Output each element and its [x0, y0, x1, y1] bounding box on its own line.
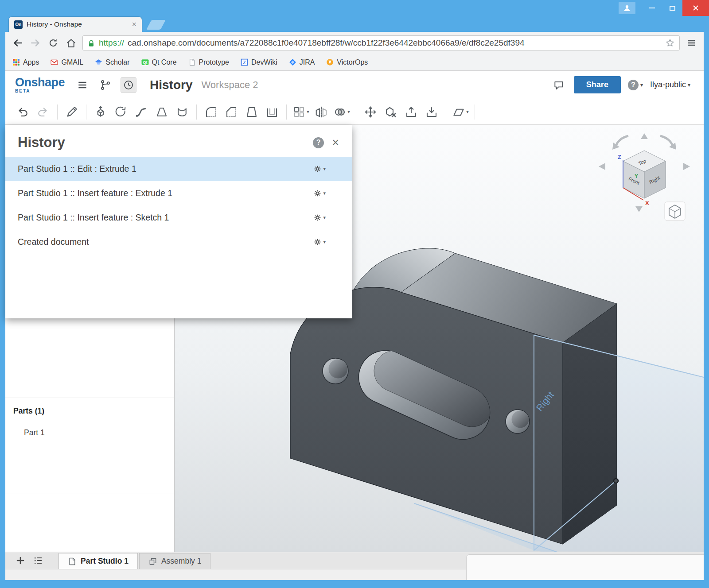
delete-face-tool-button[interactable]	[381, 102, 401, 122]
gear-icon[interactable]	[313, 213, 322, 222]
sweep-tool-button[interactable]	[131, 102, 152, 122]
tab-list-button[interactable]	[29, 553, 47, 568]
minimize-button[interactable]	[642, 0, 662, 16]
versions-button[interactable]	[97, 77, 113, 93]
chevron-down-icon[interactable]: ▾	[323, 166, 326, 172]
draft-tool-button[interactable]	[242, 102, 262, 122]
chat-bubble-icon	[553, 79, 565, 91]
axis-y-label: Y	[635, 173, 638, 179]
chevron-down-icon: ▾	[688, 82, 690, 88]
gear-icon[interactable]	[313, 237, 322, 247]
browser-tab[interactable]: On History - Onshape ×	[9, 17, 142, 32]
import-tool-button[interactable]	[421, 102, 442, 122]
workspace-tabs: Part Studio 1Assembly 1	[58, 552, 212, 569]
history-list: Part Studio 1 :: Edit : Extrude 1▾Part S…	[5, 157, 352, 254]
chevron-down-icon[interactable]: ▾	[323, 190, 326, 196]
forward-button[interactable]	[29, 37, 42, 49]
undo-tool-button[interactable]	[12, 102, 33, 122]
chamfer-tool-button[interactable]	[221, 102, 242, 122]
mirror-tool-button[interactable]	[311, 102, 331, 122]
chevron-down-icon[interactable]: ▾	[466, 109, 469, 115]
part-list-item[interactable]: Part 1	[24, 425, 45, 440]
rotate-left-icon	[599, 163, 605, 170]
bookmark-qt-core[interactable]: QtQt Core	[141, 58, 177, 66]
bookmark-gmail[interactable]: GMAIL	[51, 58, 83, 66]
tab-scrollbar-area[interactable]	[466, 554, 704, 580]
comment-button[interactable]	[551, 77, 567, 93]
share-button[interactable]: Share	[574, 76, 621, 93]
fillet-tool-button[interactable]	[201, 102, 221, 122]
pattern-tool-button[interactable]: ▾	[291, 102, 311, 122]
plane-tool-button[interactable]: ▾	[450, 102, 471, 122]
new-tab-button[interactable]	[146, 20, 166, 30]
branch-icon	[100, 79, 111, 91]
parts-list: Part 1	[24, 425, 45, 440]
history-item[interactable]: Part Studio 1 :: Insert feature : Sketch…	[5, 205, 352, 230]
parts-section-header[interactable]: Parts (1)	[13, 406, 44, 416]
panel-divider	[5, 494, 174, 494]
browser-menu-button[interactable]	[685, 37, 697, 49]
workspace-tab-part-studio-1[interactable]: Part Studio 1	[58, 553, 138, 569]
history-button[interactable]	[121, 77, 136, 93]
bookmark-prototype[interactable]: Prototype	[188, 58, 229, 66]
bookmark-scholar[interactable]: Scholar	[95, 58, 129, 66]
publish-tool-button[interactable]	[401, 102, 421, 122]
transform-tool-button[interactable]	[360, 102, 381, 122]
add-tab-button[interactable]	[12, 553, 29, 568]
part-right-face[interactable]	[563, 304, 617, 544]
main-menu-button[interactable]	[74, 77, 90, 93]
origin-point[interactable]	[614, 479, 618, 483]
close-button[interactable]	[682, 0, 709, 16]
view-cube[interactable]: Top Front Right Z X Y	[599, 133, 690, 220]
tab-close-icon[interactable]: ×	[132, 20, 136, 28]
thicken-tool-button[interactable]	[172, 102, 192, 122]
reload-icon	[48, 38, 58, 48]
gear-icon[interactable]	[313, 189, 322, 198]
onshape-favicon-icon: On	[14, 20, 23, 29]
workspace-tab-label: Assembly 1	[161, 557, 201, 566]
reload-button[interactable]	[47, 37, 59, 49]
redo-tool-button[interactable]	[33, 102, 53, 122]
shell-tool-button[interactable]	[262, 102, 282, 122]
address-bar[interactable]: https:// cad.onshape.com/documents/a7220…	[82, 35, 680, 50]
rotate-down-icon	[635, 206, 643, 212]
revolve-tool-button[interactable]	[111, 102, 131, 122]
sketch-tool-button[interactable]	[62, 102, 82, 122]
back-button[interactable]	[12, 37, 24, 49]
help-menu-button[interactable]: ? ▾	[628, 80, 643, 90]
chevron-down-icon[interactable]: ▾	[307, 109, 309, 115]
extrude-tool-button[interactable]	[90, 102, 111, 122]
bookmark-apps[interactable]: Apps	[12, 58, 39, 66]
gear-icon[interactable]	[313, 164, 322, 174]
chevron-down-icon[interactable]: ▾	[323, 239, 326, 245]
chevron-down-icon[interactable]: ▾	[323, 215, 326, 220]
chevron-down-icon[interactable]: ▾	[347, 109, 350, 115]
boolean-tool-button[interactable]: ▾	[331, 102, 352, 122]
bookmark-label: Scholar	[105, 58, 129, 66]
browser-body: https:// cad.onshape.com/documents/a7220…	[5, 32, 704, 580]
maximize-icon	[670, 6, 675, 11]
history-help-icon[interactable]: ?	[313, 137, 324, 148]
history-item[interactable]: Created document▾	[5, 230, 352, 254]
toolbar-separator	[356, 104, 356, 120]
bookmark-jira[interactable]: JIRA	[289, 58, 315, 66]
profile-button[interactable]	[619, 2, 635, 14]
panel-divider	[5, 398, 174, 398]
home-button[interactable]	[65, 37, 77, 49]
history-item[interactable]: Part Studio 1 :: Edit : Extrude 1▾	[5, 157, 352, 181]
clock-icon	[123, 79, 134, 91]
bookmark-victorops[interactable]: VictorOps	[326, 58, 368, 66]
tab-title: History - Onshape	[27, 20, 128, 28]
view-home-button[interactable]	[665, 202, 685, 220]
bookmark-star-icon[interactable]	[665, 38, 675, 48]
maximize-button[interactable]	[662, 0, 682, 16]
viewcube-faces[interactable]	[623, 151, 666, 198]
devwiki-icon: Z	[241, 58, 248, 66]
loft-tool-button[interactable]	[152, 102, 172, 122]
history-item[interactable]: Part Studio 1 :: Insert feature : Extrud…	[5, 181, 352, 205]
user-menu-button[interactable]: Ilya-public ▾	[650, 80, 690, 89]
history-close-icon[interactable]: ×	[332, 137, 339, 149]
bookmark-devwiki[interactable]: ZDevWiki	[241, 58, 277, 66]
workspace-tab-assembly-1[interactable]: Assembly 1	[139, 553, 210, 569]
onshape-logo[interactable]: Onshape BETA	[15, 77, 65, 93]
